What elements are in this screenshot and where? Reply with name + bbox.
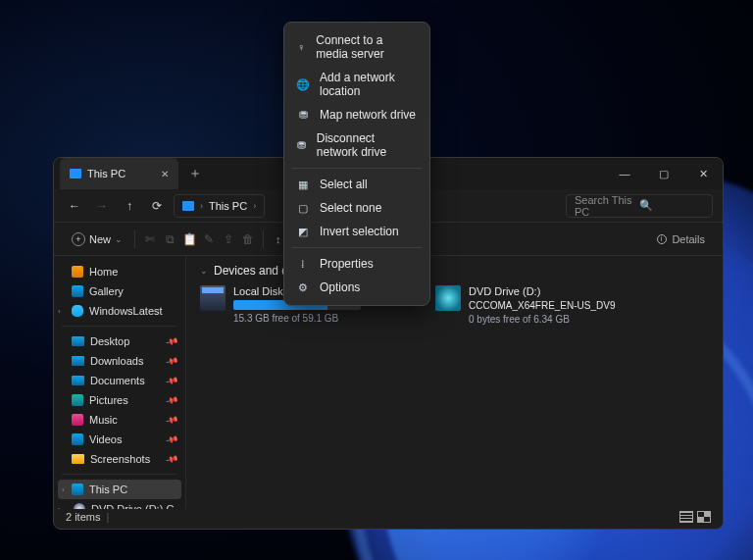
forward-button[interactable]: → [91, 195, 113, 217]
folder-icon [72, 376, 84, 385]
plus-circle-icon: + [72, 232, 85, 246]
menu-label: Invert selection [320, 225, 399, 238]
sidebar-item-music[interactable]: Music📌 [54, 410, 185, 430]
this-pc-icon [72, 484, 83, 495]
pin-icon: 📌 [165, 433, 179, 446]
divider [292, 247, 422, 248]
search-placeholder: Search This PC [575, 194, 639, 218]
item-count: 2 items [66, 511, 100, 523]
sidebar-item-label: Screenshots [90, 453, 150, 465]
info-icon [657, 234, 667, 244]
chevron-right-icon[interactable]: › [58, 307, 61, 316]
sidebar-item-label: Gallery [89, 285, 124, 297]
menu-label: Select all [320, 178, 368, 191]
media-icon: ♀ [296, 41, 306, 53]
hdd-icon [200, 285, 226, 311]
menu-label: Properties [320, 257, 374, 271]
this-pc-icon [70, 169, 81, 178]
pin-icon: 📌 [165, 393, 179, 407]
active-tab[interactable]: This PC ✕ [60, 158, 178, 189]
close-tab-icon[interactable]: ✕ [161, 169, 169, 179]
copy-icon[interactable]: ⧉ [161, 232, 178, 246]
details-pane-button[interactable]: Details [651, 229, 711, 249]
menu-label: Disconnect network drive [317, 131, 418, 159]
tab-title: This PC [87, 168, 126, 179]
sidebar-item-label: Videos [89, 433, 122, 445]
menu-item-add-network-location[interactable]: 🌐Add a network location [284, 66, 429, 103]
menu-item-options[interactable]: ⚙Options [284, 276, 429, 299]
chevron-right-icon[interactable]: › [62, 485, 65, 494]
folder-icon [72, 356, 84, 366]
invert-icon: ◩ [296, 226, 310, 238]
sidebar-item-label: Pictures [89, 394, 128, 406]
folder-icon [72, 394, 83, 406]
divider [292, 168, 422, 169]
status-bar: 2 items | [58, 507, 719, 527]
folder-icon [72, 336, 84, 346]
sidebar-item-label: WindowsLatest [89, 305, 163, 317]
pin-icon: 📌 [165, 334, 179, 348]
drive-disconnect-icon: ⛃ [296, 139, 307, 152]
breadcrumb[interactable]: › This PC › [174, 194, 265, 218]
maximize-button[interactable] [644, 158, 683, 189]
menu-item-select-all[interactable]: ▦Select all [284, 173, 429, 196]
drive-dvd-d[interactable]: DVD Drive (D:) CCCOMA_X64FRE_EN-US_DV9 0… [435, 285, 651, 325]
share-icon[interactable]: ⇪ [220, 232, 237, 246]
overflow-context-menu: ♀Connect to a media server 🌐Add a networ… [283, 22, 430, 306]
sidebar-item-videos[interactable]: Videos📌 [54, 430, 185, 449]
new-tab-button[interactable]: ＋ [188, 165, 202, 182]
sidebar-item-windowslatest[interactable]: ›WindowsLatest [54, 301, 185, 321]
menu-label: Map network drive [320, 108, 416, 122]
sidebar-item-screenshots[interactable]: Screenshots📌 [54, 449, 185, 469]
properties-icon: ⁞ [296, 258, 310, 271]
up-button[interactable]: ↑ [119, 195, 140, 217]
pin-icon: 📌 [165, 452, 179, 466]
close-window-button[interactable] [683, 158, 723, 189]
disc-icon [435, 285, 461, 311]
new-button[interactable]: + New ⌄ [66, 229, 128, 250]
search-input[interactable]: Search This PC 🔍 [566, 194, 713, 218]
cut-icon[interactable]: ✄ [141, 232, 159, 246]
menu-item-map-network-drive[interactable]: ⛃Map network drive [284, 103, 429, 127]
sidebar-item-documents[interactable]: Documents📌 [54, 371, 185, 390]
sidebar-item-gallery[interactable]: Gallery [54, 281, 185, 301]
thumbnails-view-button[interactable] [697, 511, 711, 523]
back-button[interactable]: ← [64, 195, 85, 217]
folder-icon [72, 414, 83, 426]
sidebar-item-label: Desktop [90, 335, 129, 347]
select-none-icon: ▢ [296, 202, 310, 215]
drive-icon: ⛃ [296, 109, 310, 122]
divider [134, 230, 135, 248]
sidebar-item-this-pc[interactable]: ›This PC [58, 480, 181, 499]
drive-volume-label: CCCOMA_X64FRE_EN-US_DV9 [469, 300, 616, 311]
menu-item-media-server[interactable]: ♀Connect to a media server [284, 28, 429, 66]
chevron-right-icon: › [200, 201, 203, 211]
menu-label: Options [320, 280, 360, 294]
pin-icon: 📌 [165, 413, 179, 427]
drive-name: DVD Drive (D:) [469, 285, 616, 297]
menu-item-select-none[interactable]: ▢Select none [284, 196, 429, 220]
minimize-button[interactable] [605, 158, 644, 189]
home-icon [72, 266, 83, 278]
gear-icon: ⚙ [296, 281, 310, 294]
divider [263, 230, 264, 248]
menu-item-invert-selection[interactable]: ◩Invert selection [284, 220, 429, 243]
delete-icon[interactable]: 🗑 [239, 232, 257, 246]
details-view-button[interactable] [679, 511, 693, 523]
drive-status: 15.3 GB free of 59.1 GB [233, 313, 361, 324]
window-controls [605, 158, 723, 189]
pin-icon: 📌 [165, 354, 179, 368]
gallery-icon [72, 285, 83, 297]
sidebar-item-downloads[interactable]: Downloads📌 [54, 351, 185, 371]
rename-icon[interactable]: ✎ [200, 232, 218, 246]
divider [62, 474, 177, 475]
sidebar-item-desktop[interactable]: Desktop📌 [54, 331, 185, 351]
refresh-button[interactable]: ⟳ [146, 195, 168, 217]
sidebar-item-label: Downloads [90, 355, 143, 367]
menu-item-disconnect-drive[interactable]: ⛃Disconnect network drive [284, 127, 429, 164]
paste-icon[interactable]: 📋 [180, 232, 198, 246]
group-header-devices[interactable]: ⌄ Devices and drives [200, 264, 709, 278]
sidebar-item-home[interactable]: Home [54, 262, 185, 281]
sidebar-item-pictures[interactable]: Pictures📌 [54, 390, 185, 410]
menu-item-properties[interactable]: ⁞Properties [284, 252, 429, 276]
